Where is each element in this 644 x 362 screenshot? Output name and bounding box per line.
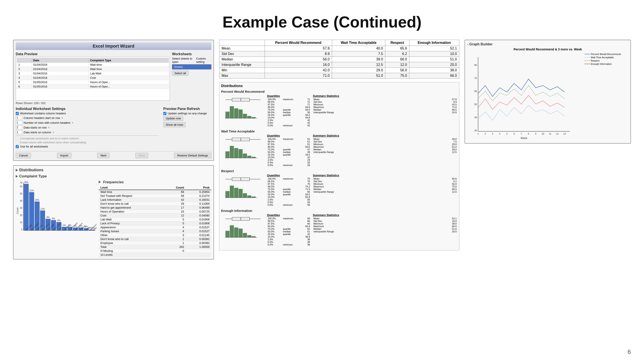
summary-stats-section: Summary StatisticsMean57.8Std Dev8.9Mini… [313, 94, 457, 114]
svg-rect-101 [243, 233, 247, 237]
data-row-input[interactable] [16, 125, 22, 129]
stats-header-cell: Enough Information [409, 40, 459, 46]
svg-text:10: 10 [20, 221, 22, 224]
quantile-cell: 32 [301, 156, 311, 159]
dist-panel-title: Distributions [19, 168, 44, 172]
quantile-cell [282, 225, 301, 228]
quantile-row: 10.0%44.8 [267, 116, 311, 119]
quantile-cell: minimum [282, 243, 301, 246]
svg-text:1: 1 [478, 133, 479, 135]
rows-headers-plus-icon[interactable]: + [72, 121, 74, 124]
freq-row: 14 Levels [99, 253, 211, 257]
quantile-cell: 2.5% [267, 238, 282, 241]
quantile-cell: 97.5% [267, 143, 282, 146]
freq-cell: 1.00000 [186, 245, 211, 249]
quantile-cell: 71 [301, 103, 311, 106]
quantile-row: 25.0%quartile34.5 [267, 153, 311, 156]
freq-cell: 0.01527 [186, 229, 211, 233]
update-on-change-label: Update settings on any change [168, 112, 207, 115]
quantile-row: 90.0%74.2 [267, 185, 311, 188]
stats-cell: 39.0 [332, 57, 385, 62]
restore-button[interactable]: Restore Default Settings [174, 153, 211, 158]
summary-row: Median51.0 [313, 228, 457, 230]
preview-cell: 01/04/2016 [32, 76, 89, 80]
svg-text:40: 40 [20, 200, 22, 202]
preview-cell: 4 [17, 76, 32, 80]
quantile-cell: minimum [282, 164, 301, 166]
summary-title: Summary Statistics [313, 174, 457, 177]
summary-cell: Median [313, 148, 426, 151]
legend-label-3: Respect [591, 59, 600, 62]
concatenate-checkbox[interactable] [16, 137, 19, 140]
update-now-button[interactable]: Update now [163, 116, 183, 121]
summary-cell: Interquartile Range [313, 111, 426, 114]
show-all-rows-button[interactable]: Show all rows [163, 122, 186, 127]
svg-rect-85 [230, 186, 234, 198]
boxplot-hist-area [221, 94, 265, 123]
freq-col-level: Level [99, 185, 164, 190]
page-number: 6 [628, 349, 631, 356]
freq-cell: 0.21374 [186, 194, 211, 198]
col-header-start-input[interactable] [16, 116, 22, 120]
freq-row: Wait time680.25954 [99, 190, 211, 194]
svg-text:50: 50 [474, 103, 477, 106]
summary-cell: 56.0 [426, 183, 457, 185]
dist-plot-section: Enough Information Quantiles100.0%maximu… [221, 209, 457, 246]
svg-rect-99 [234, 228, 238, 237]
contains-headers-checkbox[interactable] [16, 112, 19, 115]
summary-cell: 40.0 [426, 138, 457, 140]
select-all-button[interactable]: Select all [172, 71, 188, 76]
quantile-cell: median [282, 151, 301, 153]
dist-expand-icon[interactable] [16, 169, 18, 172]
data-col-plus-icon[interactable]: + [52, 130, 54, 134]
summary-cell: 7.5 [426, 140, 457, 143]
legend-area: Percent Would Recommend Wait Time Accept… [584, 53, 628, 141]
quantile-cell: median [282, 230, 301, 233]
quantile-row: 100.0%maximum71 [267, 98, 311, 101]
back-button[interactable]: Back [135, 153, 148, 158]
col-header-plus-icon[interactable]: + [61, 116, 63, 120]
freq-row: Hours of Operation150.05725 [99, 210, 211, 214]
quantile-row: 100.0%maximum66 [267, 217, 311, 220]
col-complaint: Complaint Type [89, 58, 168, 63]
quantile-cell: 0.5% [267, 201, 282, 204]
freq-col-prob: Prob [186, 185, 211, 190]
freq-row: Appearance40.01527 [99, 225, 211, 229]
complaint-expand-icon[interactable] [16, 175, 18, 178]
svg-rect-102 [247, 235, 251, 237]
quantile-cell [282, 119, 301, 121]
quantile-row: 99.5%71 [267, 101, 311, 103]
quantile-cell: 25.0% [267, 233, 282, 235]
use-for-all-label: Use for all worksheets [20, 145, 48, 148]
rows-headers-input[interactable] [16, 121, 22, 125]
use-for-all-checkbox[interactable] [16, 145, 19, 148]
freq-cell: 1 [164, 241, 186, 245]
summary-cell: 66.5 [426, 108, 457, 111]
summary-cell: Minimum [313, 103, 426, 106]
next-button[interactable]: Next [97, 153, 110, 158]
freq-row: Not Treated with Respect560.21374 [99, 194, 211, 198]
quantile-cell [282, 235, 301, 238]
quantile-cell [282, 201, 301, 204]
preview-cell: Hours of Oper... [89, 84, 168, 89]
quantile-title: Quantiles [267, 213, 311, 217]
svg-text:80: 80 [474, 64, 477, 66]
cancel-button[interactable]: Cancel [16, 153, 31, 158]
stats-cell: 51.0 [332, 73, 385, 78]
summary-cell: Mean [313, 177, 426, 180]
summary-cell: Mean [313, 98, 426, 101]
dist-section-title: Wait Time Acceptable [221, 129, 457, 133]
summary-row: Interquartile Range20.0 [313, 230, 457, 233]
sheet1-item[interactable]: Sheet1 [172, 64, 211, 69]
create-column-label: Create column with worksheet name when c… [20, 141, 86, 144]
quantile-cell: 44.8 [301, 116, 311, 119]
update-on-change-checkbox[interactable] [163, 112, 166, 115]
data-row-plus-icon[interactable]: + [48, 126, 50, 129]
summary-cell: Maximum [313, 146, 426, 148]
quantile-cell: 51 [301, 138, 311, 140]
quantile-cell: 56 [301, 111, 311, 114]
data-col-input[interactable] [16, 130, 22, 134]
import-button[interactable]: Import [57, 153, 72, 158]
preview-cell: 3 [17, 71, 32, 76]
summary-cell: Minimum [313, 222, 426, 225]
